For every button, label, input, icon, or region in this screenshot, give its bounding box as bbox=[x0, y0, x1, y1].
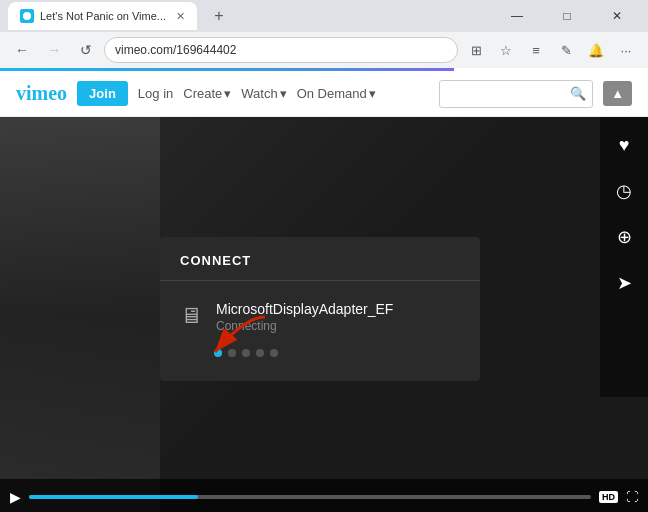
upload-button[interactable]: ▲ bbox=[603, 81, 632, 106]
create-chevron-icon: ▾ bbox=[224, 86, 231, 101]
tab-title: Let's Not Panic on Vime... bbox=[40, 10, 166, 22]
edit-icon[interactable]: ✎ bbox=[552, 36, 580, 64]
url-text: vimeo.com/169644402 bbox=[115, 43, 447, 57]
tab-favicon bbox=[20, 9, 34, 23]
vimeo-logo: vimeo bbox=[16, 82, 67, 105]
main-content: ▶ HD ⛶ ♥ ◷ ⊕ ➤ CONNECT 🖥 MicrosoftDispla… bbox=[0, 117, 648, 512]
right-sidebar: ♥ ◷ ⊕ ➤ bbox=[600, 117, 648, 397]
title-bar: Let's Not Panic on Vime... ✕ + — □ ✕ bbox=[0, 0, 648, 32]
menu-icon[interactable]: ≡ bbox=[522, 36, 550, 64]
video-left-content bbox=[0, 117, 160, 512]
watch-dropdown[interactable]: Watch ▾ bbox=[241, 86, 286, 101]
nav-bar: ← → ↺ vimeo.com/169644402 ⊞ ☆ ≡ ✎ 🔔 ··· bbox=[0, 32, 648, 68]
create-dropdown[interactable]: Create ▾ bbox=[183, 86, 231, 101]
url-bar[interactable]: vimeo.com/169644402 bbox=[104, 37, 458, 63]
close-button[interactable]: ✕ bbox=[594, 2, 640, 30]
minimize-button[interactable]: — bbox=[494, 2, 540, 30]
nav-icons: ⊞ ☆ ≡ ✎ 🔔 ··· bbox=[462, 36, 640, 64]
tab-close-icon[interactable]: ✕ bbox=[176, 10, 185, 23]
window-controls: — □ ✕ bbox=[494, 2, 640, 30]
vimeo-header: vimeo Join Log in Create ▾ Watch ▾ On De… bbox=[0, 71, 648, 117]
new-tab-button[interactable]: + bbox=[205, 2, 233, 30]
heart-icon[interactable]: ♥ bbox=[606, 127, 642, 163]
browser-chrome: Let's Not Panic on Vime... ✕ + — □ ✕ ← →… bbox=[0, 0, 648, 71]
refresh-button[interactable]: ↺ bbox=[72, 36, 100, 64]
watch-chevron-icon: ▾ bbox=[280, 86, 287, 101]
vimeo-logo-text: vimeo bbox=[16, 82, 67, 105]
notifications-icon[interactable]: 🔔 bbox=[582, 36, 610, 64]
search-input[interactable] bbox=[446, 87, 566, 101]
on-demand-dropdown[interactable]: On Demand ▾ bbox=[297, 86, 376, 101]
maximize-button[interactable]: □ bbox=[544, 2, 590, 30]
connect-divider bbox=[160, 280, 480, 281]
forward-button[interactable]: → bbox=[40, 36, 68, 64]
back-button[interactable]: ← bbox=[8, 36, 36, 64]
collections-icon[interactable]: ⊕ bbox=[606, 219, 642, 255]
login-link[interactable]: Log in bbox=[138, 86, 173, 101]
join-button[interactable]: Join bbox=[77, 81, 128, 106]
video-controls: ▶ HD ⛶ bbox=[0, 479, 648, 512]
collection-icon[interactable]: ⊞ bbox=[462, 36, 490, 64]
more-options-icon[interactable]: ··· bbox=[612, 36, 640, 64]
share-icon[interactable]: ➤ bbox=[606, 265, 642, 301]
arrow-annotation bbox=[185, 312, 275, 371]
watch-later-icon[interactable]: ◷ bbox=[606, 173, 642, 209]
connect-title: CONNECT bbox=[160, 253, 480, 280]
browser-tab[interactable]: Let's Not Panic on Vime... ✕ bbox=[8, 2, 197, 30]
video-left-image bbox=[0, 117, 160, 512]
play-button[interactable]: ▶ bbox=[10, 489, 21, 505]
progress-fill bbox=[29, 495, 198, 499]
search-bar: 🔍 bbox=[439, 80, 593, 108]
hd-badge: HD bbox=[599, 491, 618, 503]
progress-track[interactable] bbox=[29, 495, 591, 499]
svg-point-0 bbox=[23, 12, 31, 20]
bookmark-icon[interactable]: ☆ bbox=[492, 36, 520, 64]
fullscreen-icon[interactable]: ⛶ bbox=[626, 490, 638, 504]
search-icon[interactable]: 🔍 bbox=[570, 86, 586, 101]
on-demand-chevron-icon: ▾ bbox=[369, 86, 376, 101]
